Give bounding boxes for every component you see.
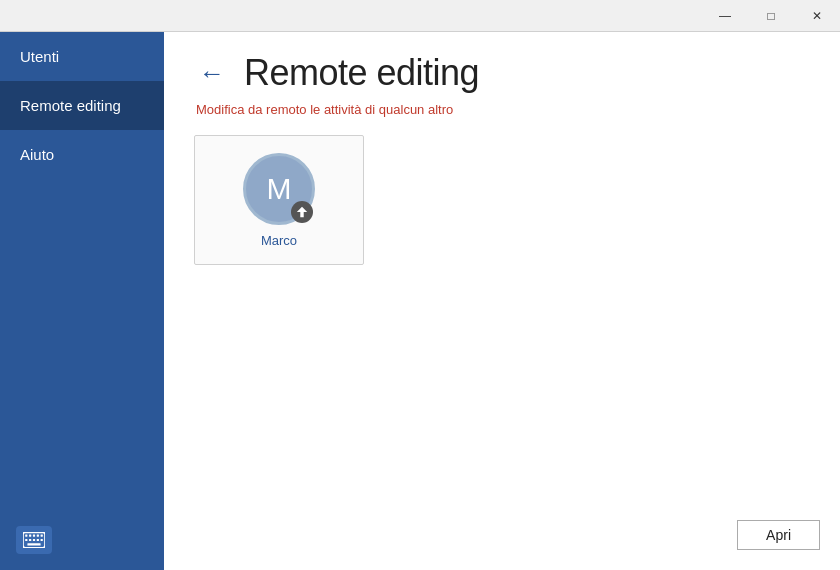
sidebar-item-aiuto[interactable]: Aiuto [0, 130, 164, 179]
apri-button[interactable]: Apri [737, 520, 820, 550]
app-body: Utenti Remote editing Aiuto [0, 32, 840, 570]
main-content: ← Remote editing Modifica da remoto le a… [164, 32, 840, 570]
svg-rect-5 [41, 535, 43, 537]
avatar-wrap: M [243, 153, 315, 225]
svg-rect-3 [33, 535, 35, 537]
user-card[interactable]: M Marco [194, 135, 364, 265]
title-bar: — □ ✕ [0, 0, 840, 32]
page-subtitle: Modifica da remoto le attività di qualcu… [196, 102, 810, 117]
page-header: ← Remote editing [194, 52, 810, 94]
svg-rect-6 [25, 539, 27, 541]
svg-rect-9 [37, 539, 39, 541]
keyboard-icon[interactable] [16, 526, 52, 554]
svg-rect-11 [27, 543, 40, 545]
back-button[interactable]: ← [194, 55, 230, 91]
svg-rect-2 [29, 535, 31, 537]
svg-rect-7 [29, 539, 31, 541]
svg-rect-4 [37, 535, 39, 537]
sidebar-bottom [0, 510, 164, 570]
minimize-button[interactable]: — [702, 0, 748, 32]
user-card-grid: M Marco [194, 135, 810, 265]
close-button[interactable]: ✕ [794, 0, 840, 32]
svg-rect-8 [33, 539, 35, 541]
maximize-button[interactable]: □ [748, 0, 794, 32]
user-name: Marco [261, 233, 297, 248]
page-title: Remote editing [244, 52, 479, 94]
sidebar-item-utenti[interactable]: Utenti [0, 32, 164, 81]
sidebar: Utenti Remote editing Aiuto [0, 32, 164, 570]
remote-badge [291, 201, 313, 223]
svg-rect-1 [25, 535, 27, 537]
bottom-bar: Apri [737, 520, 820, 550]
sidebar-item-remote-editing[interactable]: Remote editing [0, 81, 164, 130]
svg-rect-10 [41, 539, 43, 541]
